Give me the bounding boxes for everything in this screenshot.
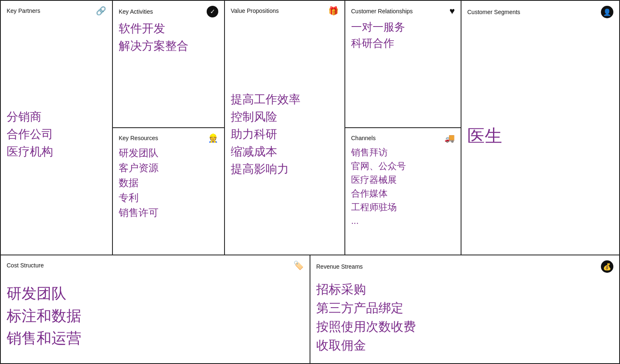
key-partners-content: 分销商 合作公司 医疗机构 — [7, 19, 106, 250]
key-resources-content: 研发团队 客户资源 数据 专利 销售许可 — [119, 146, 218, 220]
channels-title: Channels — [351, 135, 376, 141]
value-propositions-cell: Value Propositions 🎁 提高工作效率 控制风险 助力科研 缩减… — [225, 1, 345, 255]
channels-header: Channels 🚚 — [351, 133, 455, 143]
key-partners-title: Key Partners — [7, 7, 40, 14]
key-activities-content: 软件开发 解决方案整合 — [119, 20, 218, 55]
cost-structure-text: 研发团队 标注和数据 销售和运营 — [7, 282, 81, 349]
customer-segments-cell: Customer Segments 👤 医生 — [461, 1, 619, 255]
tag-icon: 🏷️ — [293, 260, 304, 270]
money-icon: 💰 — [601, 260, 613, 273]
customer-relationships-cell: Customer Relationships ♥ 一对一服务 科研合作 — [345, 1, 461, 128]
key-resources-text: 研发团队 客户资源 数据 专利 销售许可 — [119, 146, 159, 220]
customer-segments-text: 医生 — [467, 123, 502, 149]
heart-icon: ♥ — [449, 6, 455, 17]
value-propositions-title: Value Propositions — [231, 7, 279, 14]
truck-icon: 🚚 — [444, 133, 455, 143]
customer-segments-header: Customer Segments 👤 — [467, 6, 613, 18]
worker-icon: 👷 — [208, 133, 218, 143]
bottom-section: Cost Structure 🏷️ 研发团队 标注和数据 销售和运营 Reven… — [1, 255, 619, 363]
channels-cell: Channels 🚚 销售拜访 官网、公众号 医疗器械展 合作媒体 工程师驻场 … — [345, 128, 461, 255]
key-resources-cell: Key Resources 👷 研发团队 客户资源 数据 专利 销售许可 — [113, 128, 224, 255]
link-icon: 🔗 — [96, 6, 106, 16]
key-partners-header: Key Partners 🔗 — [7, 6, 106, 16]
value-propositions-content: 提高工作效率 控制风险 助力科研 缩减成本 提高影响力 — [231, 19, 339, 250]
cost-structure-header: Cost Structure 🏷️ — [7, 260, 304, 270]
top-section: Key Partners 🔗 分销商 合作公司 医疗机构 Key Activit… — [1, 1, 619, 255]
check-icon: ✓ — [207, 6, 218, 17]
revenue-streams-header: Revenue Streams 💰 — [316, 260, 613, 273]
person-icon: 👤 — [601, 6, 613, 18]
revenue-streams-content: 招标采购 第三方产品绑定 按照使用次数收费 收取佣金 — [316, 276, 613, 358]
revenue-streams-title: Revenue Streams — [316, 263, 363, 270]
key-activities-header: Key Activities ✓ — [119, 6, 218, 17]
customer-segments-title: Customer Segments — [467, 9, 520, 15]
business-model-canvas: Key Partners 🔗 分销商 合作公司 医疗机构 Key Activit… — [0, 0, 620, 364]
customer-relationships-content: 一对一服务 科研合作 — [351, 19, 455, 51]
channels-content: 销售拜访 官网、公众号 医疗器械展 合作媒体 工程师驻场 ... — [351, 146, 455, 228]
key-partners-text: 分销商 合作公司 医疗机构 — [7, 108, 53, 160]
customer-relationships-header: Customer Relationships ♥ — [351, 6, 455, 17]
value-propositions-text: 提高工作效率 控制风险 助力科研 缩减成本 提高影响力 — [231, 91, 300, 178]
customer-relationships-title: Customer Relationships — [351, 8, 413, 15]
key-partners-cell: Key Partners 🔗 分销商 合作公司 医疗机构 — [1, 1, 113, 255]
key-activities-text: 软件开发 解决方案整合 — [119, 20, 188, 55]
key-resources-title: Key Resources — [119, 135, 158, 141]
key-activities-cell: Key Activities ✓ 软件开发 解决方案整合 — [113, 1, 224, 128]
activities-resources-column: Key Activities ✓ 软件开发 解决方案整合 Key Resourc… — [113, 1, 225, 255]
channels-text: 销售拜访 官网、公众号 医疗器械展 合作媒体 工程师驻场 ... — [351, 146, 406, 228]
rel-channels-column: Customer Relationships ♥ 一对一服务 科研合作 Chan… — [345, 1, 461, 255]
key-resources-header: Key Resources 👷 — [119, 133, 218, 143]
cost-structure-content: 研发团队 标注和数据 销售和运营 — [7, 274, 304, 358]
cost-structure-cell: Cost Structure 🏷️ 研发团队 标注和数据 销售和运营 — [1, 255, 310, 363]
cost-structure-title: Cost Structure — [7, 262, 44, 269]
revenue-streams-cell: Revenue Streams 💰 招标采购 第三方产品绑定 按照使用次数收费 … — [310, 255, 619, 363]
key-activities-title: Key Activities — [119, 8, 153, 15]
value-propositions-header: Value Propositions 🎁 — [231, 6, 339, 16]
revenue-streams-text: 招标采购 第三方产品绑定 按照使用次数收费 收取佣金 — [316, 280, 416, 354]
customer-relationships-text: 一对一服务 科研合作 — [351, 19, 405, 51]
gift-icon: 🎁 — [328, 6, 339, 16]
customer-segments-content: 医生 — [467, 22, 613, 250]
